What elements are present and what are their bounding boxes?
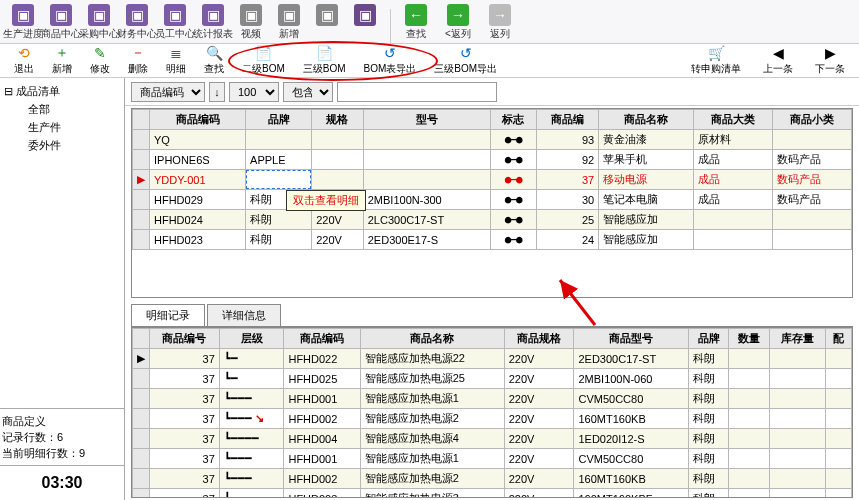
tree-view: ⊟ 成品清单 全部生产件委外件: [0, 78, 124, 408]
col-header[interactable]: 品牌: [246, 110, 312, 130]
detail-row[interactable]: ▶37┗━HFHD022智能感应加热电源22220V2ED300C17-ST科朗: [133, 349, 852, 369]
col-header[interactable]: 品牌: [688, 329, 729, 349]
detail-row[interactable]: 37┗━━━━HFHD004智能感应加热电源4220V1ED020I12-S科朗: [133, 429, 852, 449]
col-header[interactable]: 商品小类: [773, 110, 852, 130]
editing-cell[interactable]: 双击查看明细: [246, 170, 312, 190]
topbtn-2[interactable]: ▣采购中心: [80, 2, 118, 43]
filter-field[interactable]: 商品编码: [131, 82, 205, 102]
action-退出[interactable]: ⟲退出: [6, 44, 42, 77]
detail-tabs: 明细记录 详细信息: [131, 304, 853, 327]
col-header[interactable]: 商品型号: [574, 329, 688, 349]
tree-node[interactable]: 委外件: [4, 136, 120, 154]
col-header[interactable]: 层级: [219, 329, 284, 349]
detail-row[interactable]: 37┗━━━HFHD002智能感应加热电源2220V160MT160KB科朗: [133, 469, 852, 489]
main-grid[interactable]: 商品编码品牌规格型号标志商品编商品名称商品大类商品小类 YQ●—●93黄金油漆原…: [131, 108, 853, 298]
grid-row[interactable]: YQ●—●93黄金油漆原材料: [133, 130, 852, 150]
tree-node[interactable]: 生产件: [4, 118, 120, 136]
nav-转申购清单[interactable]: 🛒转申购清单: [683, 44, 749, 77]
grid-row[interactable]: ▶YDDY-001双击查看明细●—●37移动电源成品数码产品: [133, 170, 852, 190]
nav-上一条[interactable]: ◀上一条: [755, 44, 801, 77]
grid-row[interactable]: HFHD023科朗220V2ED300E17-S●—●24智能感应加: [133, 230, 852, 250]
detail-grid[interactable]: 商品编号层级商品编码商品名称商品规格商品型号品牌数量库存量配 ▶37┗━HFHD…: [131, 327, 853, 498]
filter-bar: 商品编码 ↓ 100 包含: [125, 78, 859, 106]
col-header[interactable]: 配: [825, 329, 851, 349]
action-新增[interactable]: ＋新增: [44, 44, 80, 77]
topbtn-9[interactable]: ▣: [346, 2, 384, 43]
tab-info[interactable]: 详细信息: [207, 304, 281, 326]
separator: [390, 9, 391, 43]
filter-op[interactable]: 包含: [283, 82, 333, 102]
col-header[interactable]: 商品大类: [694, 110, 773, 130]
col-header[interactable]: 商品编码: [150, 110, 246, 130]
action-二级BOM[interactable]: 📄二级BOM: [234, 44, 293, 77]
detail-row[interactable]: 37┗━HFHD025智能感应加热电源25220V2MBI100N-060科朗: [133, 369, 852, 389]
nav-下一条[interactable]: ▶下一条: [807, 44, 853, 77]
action-查找[interactable]: 🔍查找: [196, 44, 232, 77]
topbtn-8[interactable]: ▣: [308, 2, 346, 43]
col-header[interactable]: 商品编: [536, 110, 598, 130]
action-三级BOM导出[interactable]: ↺三级BOM导出: [426, 44, 505, 77]
col-header[interactable]: 库存量: [770, 329, 825, 349]
filter-value[interactable]: [337, 82, 497, 102]
col-header[interactable]: 标志: [490, 110, 536, 130]
col-header[interactable]: 商品规格: [504, 329, 574, 349]
col-header[interactable]: 数量: [729, 329, 770, 349]
topbtn-5[interactable]: ▣统计报表: [194, 2, 232, 43]
col-header[interactable]: 商品名称: [360, 329, 504, 349]
filter-down[interactable]: ↓: [209, 82, 225, 102]
grid-row[interactable]: HFHD024科朗220V2LC300C17-ST●—●25智能感应加: [133, 210, 852, 230]
filter-pagesize[interactable]: 100: [229, 82, 279, 102]
action-toolbar: ⟲退出＋新增✎修改－删除≣明细🔍查找📄二级BOM📄三级BOM↺BOM表导出↺三级…: [0, 44, 859, 78]
status-panel: 商品定义 记录行数：6 当前明细行数：9: [0, 408, 124, 465]
nav-fwd[interactable]: →<返列: [439, 2, 477, 43]
col-header[interactable]: 规格: [312, 110, 364, 130]
detail-row[interactable]: 37┗━━━HFHD001智能感应加热电源1220VCVM50CC80科朗: [133, 449, 852, 469]
grid-row[interactable]: IPHONE6SAPPLE●—●92苹果手机成品数码产品: [133, 150, 852, 170]
action-删除[interactable]: －删除: [120, 44, 156, 77]
grid-row[interactable]: HFHD029科朗220V2MBI100N-300●—●30笔记本电脑成品数码产…: [133, 190, 852, 210]
col-header[interactable]: 型号: [363, 110, 490, 130]
right-panel: 商品编码 ↓ 100 包含 商品编码品牌规格型号标志商品编商品名称商品大类商品小…: [125, 78, 859, 500]
topbtn-0[interactable]: ▣生产进度: [4, 2, 42, 43]
top-toolbar: ▣生产进度▣商品中心▣采购中心▣财务中心▣员工中心▣统计报表▣视频▣新增▣▣ ←…: [0, 0, 859, 44]
tree-root[interactable]: ⊟ 成品清单: [4, 82, 120, 100]
topbtn-4[interactable]: ▣员工中心: [156, 2, 194, 43]
action-修改[interactable]: ✎修改: [82, 44, 118, 77]
nav-fwd2[interactable]: →返列: [481, 2, 519, 43]
topbtn-6[interactable]: ▣视频: [232, 2, 270, 43]
col-header[interactable]: 商品编码: [284, 329, 360, 349]
detail-row[interactable]: 37┗━━━HFHD003智能感应加热电源3220V160MT160KBF科朗: [133, 489, 852, 499]
topbtn-3[interactable]: ▣财务中心: [118, 2, 156, 43]
col-header[interactable]: 商品编号: [150, 329, 220, 349]
topbtn-7[interactable]: ▣新增: [270, 2, 308, 43]
action-BOM表导出[interactable]: ↺BOM表导出: [356, 44, 425, 77]
clock: 03:30: [0, 465, 124, 500]
tab-detail[interactable]: 明细记录: [131, 304, 205, 326]
col-header[interactable]: 商品名称: [599, 110, 694, 130]
left-panel: ⊟ 成品清单 全部生产件委外件 商品定义 记录行数：6 当前明细行数：9 03:…: [0, 78, 125, 500]
tooltip: 双击查看明细: [286, 190, 366, 211]
nav-back[interactable]: ←查找: [397, 2, 435, 43]
action-明细[interactable]: ≣明细: [158, 44, 194, 77]
detail-row[interactable]: 37┗━━━ ↘HFHD002智能感应加热电源2220V160MT160KB科朗: [133, 409, 852, 429]
topbtn-1[interactable]: ▣商品中心: [42, 2, 80, 43]
tree-node[interactable]: 全部: [4, 100, 120, 118]
detail-row[interactable]: 37┗━━━HFHD001智能感应加热电源1220VCVM50CC80科朗: [133, 389, 852, 409]
status-title: 商品定义: [2, 413, 122, 429]
action-三级BOM[interactable]: 📄三级BOM: [295, 44, 354, 77]
